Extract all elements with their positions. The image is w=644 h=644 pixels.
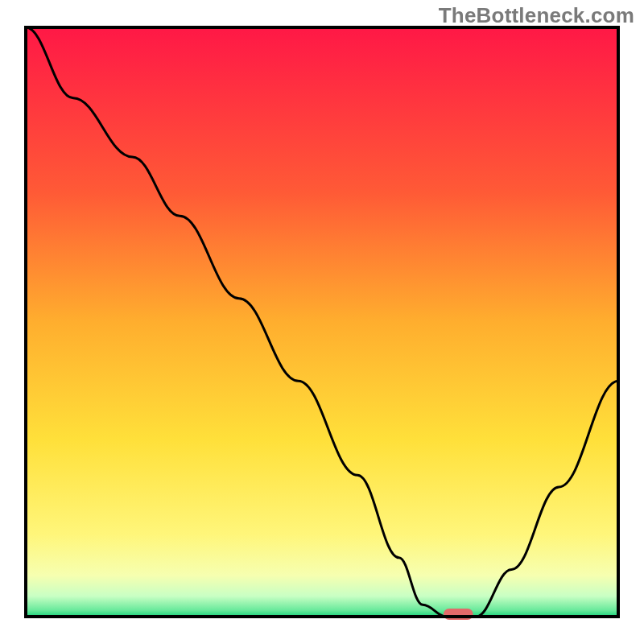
watermark-text: TheBottleneck.com xyxy=(439,3,634,28)
plot-background xyxy=(26,27,618,617)
chart-svg xyxy=(0,0,644,644)
chart-container: TheBottleneck.com xyxy=(0,0,644,644)
